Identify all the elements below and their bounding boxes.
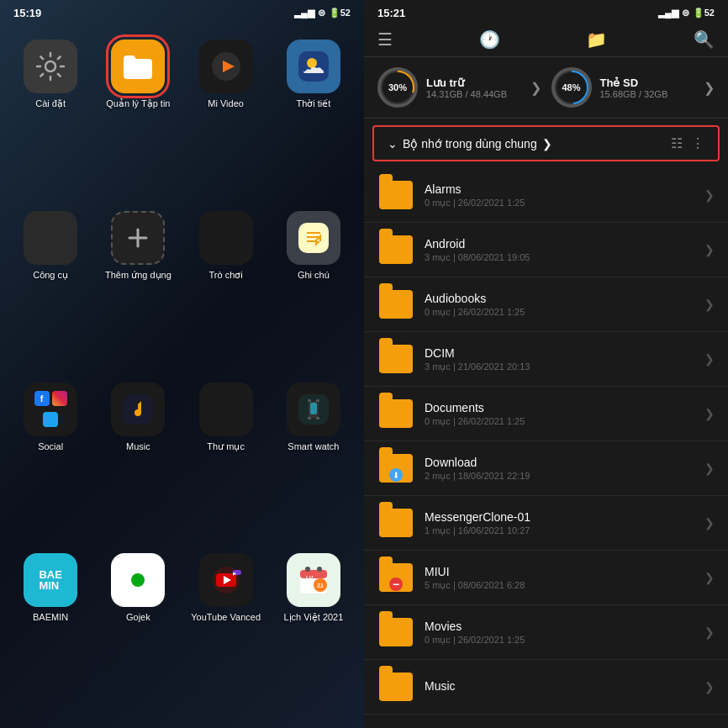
folder-arrow-movies: ❯	[704, 625, 715, 639]
folder-info-android: Android 3 mục | 08/06/2021 19:05	[425, 237, 704, 263]
folder-name-alarms: Alarms	[425, 182, 704, 196]
app-icon-music	[111, 382, 165, 436]
internal-storage-title: Lưu trữ	[426, 76, 507, 89]
right-panel: 15:21 ▂▄▆ ⊜ 🔋52 ☰ 🕐 📁 🔍 30% Lưu trữ 14.3…	[364, 0, 728, 728]
sd-storage-percent: 48%	[557, 72, 587, 103]
app-item-gojek[interactable]: Gojek	[101, 553, 175, 711]
svg-rect-14	[308, 417, 311, 419]
app-icon-gojek	[111, 553, 165, 607]
folder-arrow-android: ❯	[704, 243, 715, 256]
app-item-smartwatch[interactable]: Smart watch	[277, 382, 351, 541]
folder-info-miui: MIUI 5 mục | 08/06/2021 6:28	[425, 565, 704, 591]
app-item-settings[interactable]: Cài đặt	[13, 40, 87, 198]
folder-meta-android: 3 mục | 08/06/2021 19:05	[425, 252, 704, 263]
app-item-social[interactable]: f Social	[13, 382, 87, 541]
folder-item-movies[interactable]: Movies 0 mục | 26/02/2021 1:25 ❯	[364, 605, 728, 660]
folder-item-android[interactable]: Android 3 mục | 08/06/2021 19:05 ❯	[364, 223, 728, 277]
app-icon-weather	[287, 40, 340, 93]
app-item-notes[interactable]: Ghi chú	[277, 211, 351, 369]
svg-rect-11	[310, 403, 317, 414]
app-icon-addapp	[111, 211, 165, 265]
status-bar-right: 15:21 ▂▄▆ ⊜ 🔋52	[364, 0, 728, 23]
chevron-down-icon: ⌄	[388, 137, 398, 150]
folder-meta-documents: 0 mục | 26/02/2021 1:25	[425, 416, 704, 427]
folder-arrow-alarms: ❯	[704, 188, 715, 202]
battery-right: 🔋52	[693, 8, 715, 18]
folder-section-header[interactable]: ⌄ Bộ nhớ trong dùng chung ❯ ☷ ⋮	[372, 125, 720, 161]
app-item-youtube[interactable]: ▶ YouTube Vanced	[189, 553, 263, 711]
internal-storage[interactable]: 30% Lưu trữ 14.31GB / 48.44GB ❯	[377, 67, 541, 108]
folder-icon[interactable]: 📁	[586, 29, 607, 50]
app-grid: Cài đặt Quản lý Tập tin	[0, 23, 364, 728]
app-icon-settings	[24, 40, 77, 93]
app-label-tools: Công cụ	[33, 270, 68, 281]
folder-item-miui[interactable]: − MIUI 5 mục | 08/06/2021 6:28 ❯	[364, 551, 728, 605]
storage-section: 30% Lưu trữ 14.31GB / 48.44GB ❯ 48% Thẻ …	[364, 57, 728, 119]
app-item-lichviet[interactable]: LV 21 Lịch Việt 2021	[277, 553, 351, 711]
folder-name-dcim: DCIM	[425, 346, 704, 360]
folder-icon-movies	[377, 614, 414, 651]
app-item-addapp[interactable]: Thêm ứng dụng	[101, 211, 175, 369]
folder-item-dcim[interactable]: DCIM 3 mục | 21/06/2021 20:13 ❯	[364, 332, 728, 387]
folder-item-music[interactable]: Music ❯	[364, 660, 728, 715]
wifi-right-icon: ⊜	[682, 8, 689, 18]
svg-point-28	[305, 567, 310, 572]
app-icon-tools	[24, 211, 77, 265]
hamburger-icon[interactable]: ☰	[377, 29, 393, 50]
folder-arrow-music: ❯	[704, 680, 715, 694]
app-item-video[interactable]: Mi Video	[189, 40, 263, 198]
app-icon-files	[111, 40, 165, 93]
folder-header-actions: ☷ ⋮	[671, 135, 704, 151]
sd-storage[interactable]: 48% Thẻ SD 15.68GB / 32GB ❯	[551, 67, 715, 108]
app-icon-baemin: BAEMIN	[24, 553, 77, 607]
folder-icon-messengerclone	[377, 504, 414, 541]
folder-item-alarms[interactable]: Alarms 0 mục | 26/02/2021 1:25 ❯	[364, 168, 728, 223]
sd-storage-title: Thẻ SD	[600, 76, 668, 89]
sd-storage-arrow: ❯	[704, 80, 715, 96]
svg-point-18	[134, 576, 142, 584]
app-item-music[interactable]: Music	[101, 382, 175, 541]
folder-name-movies: Movies	[425, 620, 704, 633]
search-icon[interactable]: 🔍	[694, 29, 715, 50]
folder-info-music: Music	[425, 679, 704, 694]
app-icon-games	[199, 211, 253, 265]
app-icon-lichviet: LV 21	[287, 553, 340, 607]
app-label-notes: Ghi chú	[298, 270, 330, 281]
app-item-files[interactable]: Quản lý Tập tin	[101, 40, 175, 198]
folder-item-download[interactable]: ⬇ Download 2 mục | 18/06/2021 22:19 ❯	[364, 441, 728, 496]
internal-storage-circle: 30%	[377, 67, 418, 108]
svg-text:21: 21	[317, 583, 324, 588]
folder-icon-documents	[377, 395, 414, 432]
folder-info-documents: Documents 0 mục | 26/02/2021 1:25	[425, 401, 704, 427]
app-label-lichviet: Lịch Việt 2021	[283, 612, 343, 623]
app-item-weather[interactable]: Thời tiết	[277, 40, 351, 198]
grid-view-icon[interactable]: ☷	[671, 135, 683, 151]
folder-info-audiobooks: Audiobooks 0 mục | 26/02/2021 1:25	[425, 292, 704, 318]
svg-rect-13	[316, 399, 319, 402]
folder-info-download: Download 2 mục | 18/06/2021 22:19	[425, 456, 704, 482]
more-options-icon[interactable]: ⋮	[691, 135, 704, 151]
app-item-baemin[interactable]: BAEMIN BAEMIN	[13, 553, 87, 711]
app-icon-video	[199, 40, 253, 93]
internal-storage-info: Lưu trữ 14.31GB / 48.44GB	[426, 76, 507, 99]
folder-item-audiobooks[interactable]: Audiobooks 0 mục | 26/02/2021 1:25 ❯	[364, 277, 728, 332]
app-item-tools[interactable]: Công cụ	[13, 211, 87, 369]
folder-list: Alarms 0 mục | 26/02/2021 1:25 ❯ Android…	[364, 168, 728, 728]
app-icon-youtube: ▶	[199, 553, 253, 607]
app-label-settings: Cài đặt	[35, 98, 66, 109]
app-item-games[interactable]: Trò chơi	[189, 211, 263, 369]
folder-meta-audiobooks: 0 mục | 26/02/2021 1:25	[425, 307, 704, 318]
folder-name-miui: MIUI	[425, 565, 704, 578]
folder-item-messengerclone[interactable]: MessengerClone-01 1 mục | 16/06/2021 10:…	[364, 496, 728, 551]
app-item-thuemuc[interactable]: Thư mục	[189, 382, 263, 541]
battery-left: 🔋52	[329, 8, 351, 18]
folder-meta-dcim: 3 mục | 21/06/2021 20:13	[425, 361, 704, 372]
app-label-youtube: YouTube Vanced	[191, 612, 261, 623]
folder-name-documents: Documents	[425, 401, 704, 414]
status-bar-left: 15:19 ▂▄▆ ⊜ 🔋52	[0, 0, 364, 23]
history-icon[interactable]: 🕐	[479, 29, 500, 50]
folder-arrow-download: ❯	[704, 462, 715, 475]
time-left: 15:19	[13, 7, 41, 19]
folder-name-android: Android	[425, 237, 704, 251]
folder-item-documents[interactable]: Documents 0 mục | 26/02/2021 1:25 ❯	[364, 387, 728, 441]
